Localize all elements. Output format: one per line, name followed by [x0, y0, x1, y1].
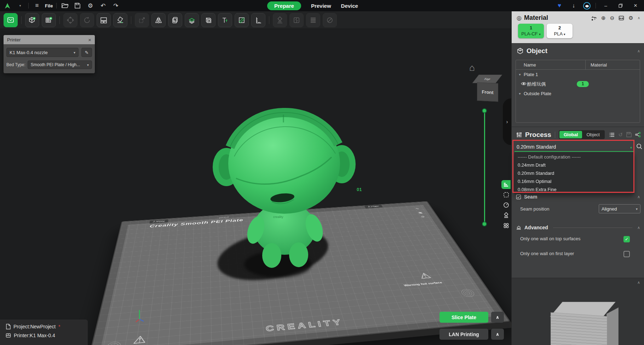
lan-printing-button[interactable]: LAN Printing: [439, 329, 488, 340]
plate-action-icons[interactable]: ✎ ▣ ⚙: [415, 207, 426, 218]
printer-select[interactable]: K1 Max-0.4 nozzle ▾: [6, 48, 79, 57]
more-tools-button[interactable]: [501, 221, 511, 230]
plate-lock-icon[interactable]: ▣: [418, 211, 423, 214]
preset-option[interactable]: 0.08mm Extra Fine: [515, 185, 634, 194]
mirror-tool-button[interactable]: [151, 13, 166, 27]
model-object[interactable]: [209, 104, 358, 274]
add-material-icon[interactable]: ⊕: [601, 15, 606, 21]
chevron-down-icon[interactable]: ▾: [516, 73, 524, 76]
first-layer-checkbox[interactable]: [623, 251, 630, 257]
slice-options-button[interactable]: ∧: [491, 312, 504, 323]
chevron-down-icon[interactable]: ▾: [516, 92, 524, 96]
paint-seam-button[interactable]: [235, 13, 249, 27]
material-slot-2[interactable]: 2 PLA ▾: [547, 24, 573, 38]
sync-material-icon[interactable]: [619, 16, 624, 21]
open-file-icon[interactable]: [60, 1, 69, 10]
move-tool-button[interactable]: [63, 13, 77, 27]
maximize-button[interactable]: [616, 1, 626, 10]
speed-gauge-button[interactable]: [501, 201, 511, 209]
save-preset-icon[interactable]: [626, 132, 632, 137]
bed-type-select[interactable]: Smooth PEI Plate / High... ▾: [28, 61, 92, 69]
layer-slider-handle-top[interactable]: [482, 108, 487, 113]
plate-settings-button[interactable]: [4, 13, 18, 27]
visibility-eye-icon[interactable]: [521, 81, 527, 87]
redo-icon[interactable]: ↷: [111, 1, 120, 10]
measure-tool-button[interactable]: [251, 13, 265, 27]
view-cube-top-face[interactable]: Top: [472, 75, 502, 83]
logo-dropdown-icon[interactable]: ▾: [16, 1, 25, 10]
parameter-list-button[interactable]: [501, 180, 511, 189]
material-settings-icon[interactable]: ⚙: [628, 15, 633, 21]
selection-box-button[interactable]: [501, 190, 511, 199]
layer-slider-handle-bottom[interactable]: [482, 222, 487, 226]
view-cube-front-face[interactable]: Front: [477, 82, 498, 102]
tab-device[interactable]: Device: [341, 3, 358, 9]
settings-gear-icon[interactable]: ⚙: [86, 1, 95, 10]
collapse-seam-icon[interactable]: ∧: [637, 195, 640, 199]
table-row-outside-plate[interactable]: ▾ Outside Plate: [516, 89, 640, 98]
scale-tool-button[interactable]: [135, 13, 149, 27]
material-slot-1[interactable]: 1 PLA-CF ▾: [518, 24, 544, 38]
save-icon[interactable]: [73, 1, 82, 10]
file-menu[interactable]: File: [45, 3, 53, 8]
preset-option[interactable]: 0.20mm Standard: [515, 169, 634, 177]
split-tool-button[interactable]: [289, 13, 304, 27]
search-icon[interactable]: [636, 143, 643, 151]
hamburger-menu-icon[interactable]: ≡: [32, 1, 41, 10]
preset-option[interactable]: 0.24mm Draft: [515, 161, 634, 169]
hollow-tool-button[interactable]: [201, 13, 215, 27]
panel-collapse-toggle[interactable]: ›: [503, 98, 511, 145]
table-row-model[interactable]: 酷维玩偶 1: [516, 79, 640, 89]
lan-options-button[interactable]: ∧: [491, 329, 504, 340]
chevron-down-icon: ▾: [74, 51, 75, 54]
undo-icon[interactable]: ↶: [98, 1, 108, 10]
spiral-mode-button[interactable]: [323, 13, 337, 27]
tab-object[interactable]: Object: [582, 131, 604, 138]
plate-settings-icon[interactable]: ⚙: [420, 215, 426, 218]
plate-edit-icon[interactable]: ✎: [415, 207, 420, 210]
clean-plate-button[interactable]: [113, 13, 127, 27]
seam-section-header[interactable]: Seam ∧: [516, 194, 640, 200]
rotate-tool-button[interactable]: [80, 13, 94, 27]
layer-slider-track[interactable]: [484, 110, 485, 224]
minimize-button[interactable]: –: [601, 1, 611, 10]
support-paint-button[interactable]: [273, 13, 287, 27]
top-surfaces-checkbox[interactable]: ✓: [623, 236, 630, 242]
collapse-material-icon[interactable]: ∧: [638, 16, 640, 20]
reset-history-icon[interactable]: ↺: [618, 132, 623, 138]
download-icon[interactable]: ↓: [569, 1, 578, 10]
filament-feed-icon[interactable]: [591, 15, 597, 21]
clone-tool-button[interactable]: [168, 13, 182, 27]
preset-option[interactable]: 0.16mm Optimal: [515, 177, 634, 185]
tab-preview[interactable]: Preview: [311, 3, 331, 9]
auto-arrange-button[interactable]: [97, 13, 111, 27]
view-cube[interactable]: Top Front: [473, 71, 503, 104]
collapse-advanced-icon[interactable]: ∧: [637, 225, 640, 230]
creality-cloud-icon[interactable]: ♥: [555, 1, 564, 10]
close-button[interactable]: ×: [631, 1, 640, 10]
table-row-plate[interactable]: ▾ Plate 1: [516, 70, 640, 79]
drop-to-plate-button[interactable]: [185, 13, 199, 27]
plate-tab-right[interactable]: A Plate: [364, 205, 383, 208]
tab-prepare[interactable]: Prepare: [267, 1, 301, 10]
advanced-section-header[interactable]: Advanced ∧: [516, 225, 640, 230]
slice-plate-button[interactable]: Slice Plate: [439, 312, 488, 323]
add-plate-button[interactable]: [42, 13, 56, 27]
user-avatar[interactable]: [583, 2, 591, 10]
printer-edit-button[interactable]: ✎: [81, 48, 92, 57]
remove-material-icon[interactable]: ⊖: [610, 15, 615, 21]
material-badge[interactable]: 1: [577, 81, 589, 87]
preset-select[interactable]: 0.20mm Standard ▴: [514, 143, 634, 152]
add-model-button[interactable]: [25, 13, 39, 27]
scene-viewport[interactable]: A Plate please Creality Smooth PEI Plate…: [0, 29, 511, 345]
collapse-preview-icon[interactable]: ∧: [637, 280, 640, 285]
tab-global[interactable]: Global: [559, 131, 582, 138]
layers-view-button[interactable]: [306, 13, 320, 27]
text-tool-button[interactable]: [218, 13, 232, 27]
collapse-object-icon[interactable]: ∧: [637, 49, 640, 53]
export-share-icon[interactable]: [635, 132, 641, 137]
param-list-icon[interactable]: [609, 132, 615, 137]
support-button[interactable]: [501, 211, 511, 220]
seam-position-select[interactable]: Aligned ▾: [599, 204, 640, 213]
printer-panel-close-icon[interactable]: ×: [88, 37, 91, 43]
